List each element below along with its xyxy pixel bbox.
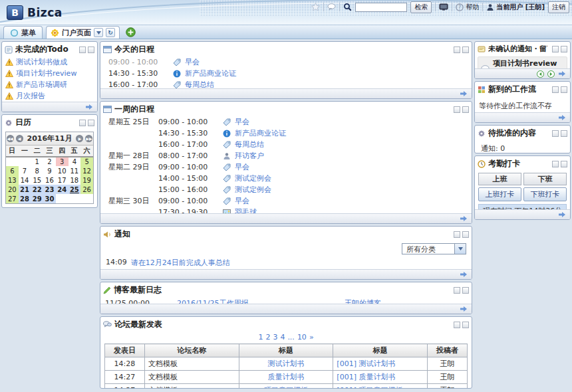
message-bubble-icon[interactable] [327, 3, 336, 11]
calendar-day-cell[interactable]: 4 [69, 157, 81, 166]
panel-minimize-button[interactable] [552, 86, 559, 93]
panel-minimize-button[interactable] [79, 120, 86, 126]
add-portlet-button[interactable] [126, 27, 136, 37]
schedule-event-link[interactable]: 新产品商业论证 [185, 68, 236, 78]
calendar-day-cell[interactable]: 28 [19, 194, 31, 203]
calendar-day-cell[interactable]: 16 [43, 175, 56, 185]
blog-name-link[interactable]: 王朗的博客 [345, 299, 381, 304]
calendar-day-cell[interactable]: 17 [56, 175, 69, 185]
more-arrow-icon[interactable] [460, 90, 468, 97]
forum-topic-link[interactable]: 质量计划书 [267, 373, 304, 381]
schedule-event-link[interactable]: 测试定例会 [235, 185, 271, 195]
calendar-day-cell[interactable]: 1 [31, 157, 43, 166]
calendar-prev-year-button[interactable]: ◀◀ [7, 135, 14, 142]
calendar-day-cell[interactable]: 24 [56, 185, 69, 194]
calendar-day-cell[interactable]: 22 [31, 185, 43, 194]
panel-minimize-button[interactable] [552, 130, 559, 137]
forum-post-link[interactable]: [001] 项目章程模板 [337, 386, 402, 388]
panel-settings-button[interactable] [462, 322, 469, 328]
todo-link[interactable]: 测试计划书做成 [16, 57, 67, 67]
calendar-day-cell[interactable]: 3 [56, 157, 69, 166]
panel-settings-button[interactable] [88, 120, 94, 126]
clock-in-button[interactable]: 上班打卡 [478, 187, 521, 201]
pagination-page-link[interactable]: 4 [280, 333, 285, 342]
pagination-page-link[interactable]: 1 [258, 333, 263, 342]
panel-settings-button[interactable] [462, 47, 469, 53]
calendar-day-cell[interactable]: 23 [43, 185, 56, 194]
schedule-event-link[interactable]: 羽毛球 [235, 207, 257, 213]
panel-minimize-button[interactable] [454, 322, 460, 328]
panel-minimize-button[interactable] [454, 47, 460, 53]
pagination-page-link[interactable]: 3 [273, 333, 277, 342]
pagination-page-link[interactable]: » [309, 333, 314, 342]
calendar-prev-month-button[interactable]: ◀ [16, 135, 23, 142]
calendar-day-cell[interactable]: 12 [80, 166, 93, 175]
forum-post-link[interactable]: [001] 测试计划书 [337, 359, 395, 368]
panel-settings-button[interactable] [561, 161, 567, 167]
calendar-day-cell[interactable]: 13 [6, 175, 19, 185]
favorite-star-icon[interactable] [311, 3, 320, 11]
more-arrow-icon[interactable] [558, 114, 566, 121]
calendar-day-cell[interactable]: 9 [43, 166, 56, 175]
calendar-day-cell[interactable]: 15 [31, 175, 43, 185]
more-arrow-icon[interactable] [558, 211, 566, 218]
panel-settings-button[interactable] [462, 106, 469, 113]
todo-link[interactable]: 月次报告 [16, 91, 45, 101]
more-arrow-icon[interactable] [460, 306, 468, 312]
search-input[interactable] [355, 3, 407, 12]
panel-minimize-button[interactable] [454, 287, 460, 294]
tab-portal-page[interactable]: 门户页面 ↻ [46, 26, 120, 39]
calendar-day-cell[interactable]: 20 [6, 185, 19, 194]
calendar-day-cell[interactable]: 19 [80, 175, 93, 185]
calendar-day-cell[interactable]: 5 [80, 157, 93, 166]
blog-entry-link[interactable]: 2016/11/25工作周报 [177, 299, 248, 304]
search-button[interactable]: 检索 [410, 1, 432, 13]
panel-minimize-button[interactable] [552, 161, 559, 167]
calendar-day-cell[interactable]: 27 [6, 194, 19, 203]
tab-dropdown-button[interactable] [94, 28, 103, 37]
more-arrow-icon[interactable] [558, 70, 566, 77]
panel-minimize-button[interactable] [454, 106, 460, 113]
calendar-day-cell[interactable]: 21 [19, 185, 31, 194]
menu-button[interactable]: 菜单 [3, 26, 43, 39]
forum-topic-link[interactable]: 项目章程模板 [264, 386, 308, 388]
calendar-day-cell[interactable]: 6 [6, 166, 19, 175]
logout-button[interactable]: 注销 [548, 1, 569, 13]
pagination-page-link[interactable]: 10 [297, 333, 307, 342]
calendar-day-cell[interactable]: 25 [69, 185, 81, 194]
calendar-day-cell[interactable]: 18 [69, 175, 81, 185]
schedule-event-link[interactable]: 每周总结 [235, 140, 264, 149]
panel-settings-button[interactable] [561, 130, 567, 137]
schedule-event-link[interactable]: 拜访客户 [235, 151, 264, 161]
clock-out-button[interactable]: 下班打卡 [523, 187, 567, 201]
schedule-event-link[interactable]: 新产品商业论证 [235, 128, 286, 138]
forum-topic-link[interactable]: 测试计划书 [267, 359, 304, 368]
notice-link[interactable]: 请在12月24日前完成人事总结 [131, 258, 230, 268]
calendar-next-month-button[interactable]: ▶ [76, 135, 83, 142]
calendar-next-year-button[interactable]: ▶▶ [85, 135, 92, 142]
pagination-page-link[interactable]: 2 [265, 333, 270, 342]
monitor-icon[interactable] [439, 3, 448, 11]
panel-settings-button[interactable] [88, 47, 94, 53]
panel-settings-button[interactable] [462, 287, 469, 294]
notice-category-select[interactable]: 所有分类 [402, 243, 466, 254]
schedule-event-link[interactable]: 早会 [185, 57, 200, 67]
panel-settings-button[interactable] [561, 46, 567, 52]
calendar-day-cell[interactable]: 8 [31, 166, 43, 175]
next-page-icon[interactable] [547, 70, 555, 78]
prev-page-icon[interactable] [537, 70, 544, 78]
calendar-day-cell[interactable]: 29 [31, 194, 43, 203]
schedule-event-link[interactable]: 早会 [235, 117, 249, 127]
more-arrow-icon[interactable] [85, 104, 93, 110]
calendar-day-cell[interactable]: 7 [19, 166, 31, 175]
panel-minimize-button[interactable] [552, 46, 559, 52]
tab-refresh-button[interactable]: ↻ [106, 28, 115, 37]
more-arrow-icon[interactable] [460, 271, 468, 278]
panel-settings-button[interactable] [561, 86, 567, 93]
help-link[interactable]: ? 帮助 [456, 3, 479, 12]
calendar-day-cell[interactable]: 14 [19, 175, 31, 185]
calendar-day-cell[interactable]: 2 [43, 157, 56, 166]
select-dropdown-button[interactable] [454, 244, 466, 254]
panel-settings-button[interactable] [462, 231, 469, 238]
todo-link[interactable]: 新产品市场调研 [16, 80, 67, 90]
